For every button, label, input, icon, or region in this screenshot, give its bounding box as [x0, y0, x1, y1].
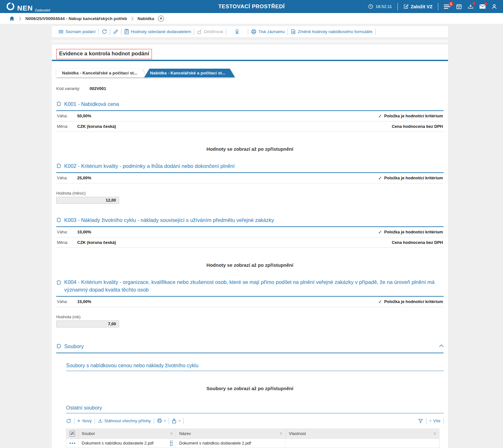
close-tab-icon[interactable]: ✕ [158, 16, 164, 22]
currency-row: Měna: CZK (koruna česká) Cena hodnocena … [56, 238, 444, 248]
section-files: Soubory Soubory s nabídkovou cenou nebo … [56, 343, 444, 448]
section-k001-title: K001 - Nabídková cena [64, 100, 119, 108]
criterion-flag: ✓ Položka je hodnotící kritérium [378, 230, 443, 235]
section-k004: K004 - Kritérium kvality - organizace, k… [56, 279, 444, 327]
user-profile-button[interactable] [491, 3, 497, 10]
weight-row: Váha: 15,00% ✓ Položka je hodnotící krit… [56, 297, 444, 307]
value-input[interactable]: 12,00 [56, 197, 119, 204]
main-content: Evidence a kontrola hodnot podání Nabídk… [52, 45, 448, 448]
divider [443, 418, 444, 424]
criterion-flag: ✓ Položka je hodnotící kritérium [378, 176, 443, 181]
section-k003-title: K003 - Náklady životního cyklu - náklady… [64, 217, 274, 224]
clock-icon [368, 4, 373, 9]
weight-row: Váha: 25,00% ✓ Položka je hodnotící krit… [56, 173, 444, 183]
puzzle-icon [56, 344, 61, 349]
column-header-name[interactable]: Název ▽ [176, 429, 286, 438]
divider [183, 418, 184, 424]
chevron-right-icon [131, 17, 134, 21]
refresh-button[interactable] [99, 29, 110, 34]
tab-variant-1[interactable]: Nabídka - Kancelářské a počítací st... [56, 69, 147, 77]
files-export-button[interactable]: ▽ [169, 418, 183, 424]
files-refresh-button[interactable] [66, 418, 74, 424]
menu-button[interactable]: 1 [444, 4, 451, 10]
weight-value: 25,00% [77, 176, 91, 180]
section-files-title: Soubory [64, 343, 84, 350]
column-header-property[interactable]: Vlastnost ▽ [286, 429, 439, 438]
section-k001: K001 - Nabídková cena Váha: 50,00% ✓ Pol… [56, 100, 444, 152]
brand-role: Zadavatel [35, 8, 50, 12]
criterion-flag: ✓ Položka je hodnotící kritérium [378, 299, 443, 304]
view-all-dropdown[interactable]: ▽ Vše [426, 418, 443, 423]
home-icon[interactable] [9, 16, 15, 21]
downloads-button[interactable] [467, 3, 474, 10]
submission-list-button[interactable]: Seznam podání [56, 29, 99, 34]
collapse-chevron-icon[interactable] [439, 344, 444, 347]
create-vz-button[interactable]: Založit VZ [403, 4, 432, 9]
table-row[interactable]: Dokument s nabídkou dodavatele 2.pdf Dok… [66, 439, 439, 448]
edit-button[interactable] [110, 29, 121, 34]
cell-file[interactable]: Dokument s nabídkou dodavatele 2.pdf [78, 439, 176, 448]
server-time: 16:52:11 [368, 4, 392, 9]
drag-handle-icon[interactable] [170, 441, 173, 446]
value-field-label: Hodnota (měsíc) [56, 191, 444, 196]
files-print-button[interactable]: ▽ [154, 418, 169, 423]
check-icon: ✓ [378, 176, 382, 181]
weight-value: 50,00% [77, 114, 91, 118]
divider [375, 29, 376, 35]
tab-variant-2[interactable]: Nabídka - Kancelářské a počítací st... [144, 69, 235, 77]
dropdown-triangle-icon: ▽ [429, 419, 432, 423]
value-field: Hodnota (rok) 7,00 [56, 315, 444, 327]
variant-code-value: 002V001 [90, 86, 106, 91]
column-filter-icon[interactable]: ▽ [280, 432, 282, 435]
column-header-file[interactable]: Soubor ▽ [78, 429, 176, 438]
messages-button[interactable] [479, 4, 486, 9]
column-filter-icon[interactable]: ▽ [170, 432, 173, 435]
files-table-header: Soubor ▽ Název ▽ Vlastnost ▽ [66, 429, 439, 439]
edit-square-icon [403, 4, 409, 9]
decrypt-button[interactable]: Dešifrovat [194, 29, 226, 34]
weight-value: 15,00% [77, 299, 91, 304]
section-k003: K003 - Náklady životního cyklu - náklady… [56, 217, 444, 268]
row-actions-button[interactable] [66, 439, 78, 448]
print-record-button[interactable]: Tisk záznamu [248, 29, 288, 34]
row-menu-icon [70, 443, 75, 444]
puzzle-icon [56, 217, 61, 223]
variant-code-row: Kód varianty: 002V001 [56, 86, 444, 91]
section-k004-header: K004 - Kritérium kvality - organizace, k… [56, 279, 444, 297]
new-file-button[interactable]: + Nový [74, 418, 95, 424]
nen-logo[interactable]: NEN Zadavatel [6, 2, 50, 12]
column-settings-button[interactable] [66, 429, 78, 438]
files-toolbar: + Nový Stáhnout všechny přílohy ▽ ▽ [66, 418, 444, 424]
cell-property[interactable] [286, 439, 439, 448]
currency-row: Měna: CZK (koruna česká) Cena hodnocena … [56, 121, 444, 132]
check-icon: ✓ [378, 230, 382, 235]
value-input[interactable]: 7,00 [56, 320, 119, 327]
messages-notification-dot [485, 2, 487, 5]
calendar-button[interactable] [456, 3, 462, 10]
breadcrumb-item-current[interactable]: Nabídka [138, 16, 154, 21]
puzzle-icon [56, 280, 61, 285]
dropdown-triangle-icon: ▽ [178, 419, 180, 423]
topbar: NEN Zadavatel TESTOVACÍ PROSTŘEDÍ 16:52:… [0, 0, 503, 13]
weight-row: Váha: 10,00% ✓ Položka je hodnotící krit… [56, 227, 444, 238]
section-files-header: Soubory [56, 343, 444, 353]
criterion-flag: ✓ Položka je hodnotící kritérium [378, 114, 443, 119]
variant-tabs: Nabídka - Kancelářské a počítací st... N… [56, 69, 448, 77]
section-k002-header: K002 - Kritérium kvality - podmínky a lh… [56, 162, 444, 173]
nen-logo-icon [6, 2, 15, 11]
cell-name[interactable]: Dokument s nabídkou dodavatele 2.pdf [176, 439, 286, 448]
download-all-attachments-button[interactable]: Stáhnout všechny přílohy [95, 418, 154, 423]
environment-title: TESTOVACÍ PROSTŘEDÍ [218, 3, 285, 10]
divider [398, 3, 398, 10]
files-table: Soubor ▽ Název ▽ Vlastnost ▽ Dokument s … [66, 429, 439, 448]
supplier-values-button[interactable]: Hodnoty odeslané dodavatelem [121, 29, 194, 34]
change-form-values-button[interactable]: Změnit hodnoty nabídkového formuláře [288, 29, 375, 34]
notification-bell-button[interactable] [226, 29, 248, 34]
filter-button[interactable] [415, 418, 426, 424]
no-vat-label: Cena hodnocena bez DPH [392, 240, 443, 245]
column-filter-icon[interactable]: ▽ [434, 432, 436, 435]
action-toolbar: Seznam podání Hodnoty odeslané dodavatel… [52, 26, 448, 37]
values-placeholder: Hodnoty se zobrazí až po zpřístupnění [56, 262, 444, 268]
breadcrumb-item-procurement[interactable]: N006/25/V00004544 - Nákup kancelářských … [25, 16, 127, 21]
currency-value: CZK (koruna česká) [77, 124, 116, 129]
